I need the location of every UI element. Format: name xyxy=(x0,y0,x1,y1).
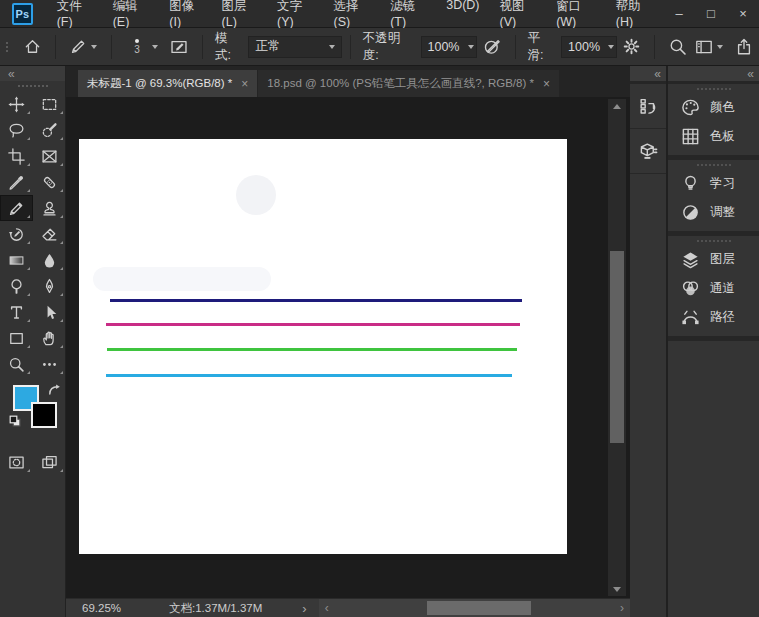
tool-grid xyxy=(0,91,65,377)
path-selection-tool[interactable] xyxy=(33,299,66,325)
background-color-swatch[interactable] xyxy=(31,402,57,428)
status-options-chevron[interactable]: › xyxy=(302,601,306,616)
color-control xyxy=(0,383,65,443)
share-button[interactable] xyxy=(729,32,759,62)
edit-toolbar-button[interactable] xyxy=(33,351,66,377)
chevron-down-icon xyxy=(608,45,614,49)
chevron-down-icon xyxy=(468,45,474,49)
home-icon xyxy=(24,38,41,55)
hand-icon xyxy=(41,330,58,347)
document-size-info[interactable]: 文档:1.37M/1.37M xyxy=(169,601,262,616)
panel-column-header[interactable]: « xyxy=(668,66,759,81)
lasso-tool[interactable] xyxy=(0,117,33,143)
smoothing-input[interactable]: 100% xyxy=(561,36,617,58)
clone-stamp-tool[interactable] xyxy=(33,195,66,221)
brush-size-picker[interactable]: 3 xyxy=(120,32,164,62)
tab-close-icon[interactable]: × xyxy=(543,77,550,91)
opacity-pressure-toggle[interactable] xyxy=(477,32,507,62)
scroll-left-arrow[interactable]: ‹ xyxy=(319,601,335,615)
channels-panel-button[interactable]: 通道 xyxy=(668,274,759,303)
maximize-button[interactable]: □ xyxy=(695,0,727,27)
workspace-switcher-button[interactable] xyxy=(693,32,729,62)
frame-tool[interactable] xyxy=(33,143,66,169)
quick-mask-icon xyxy=(8,454,25,471)
tool-options-bar: 3 模式: 正常 不透明度: 100% 平滑: 100% xyxy=(0,28,759,66)
mode-tools xyxy=(0,449,65,475)
pencil-icon xyxy=(8,200,25,217)
horizontal-scroll-thumb[interactable] xyxy=(427,601,531,615)
eraser-tool[interactable] xyxy=(33,221,66,247)
panel-strip-header[interactable]: « xyxy=(630,66,666,81)
adjustments-panel-button[interactable]: 调整 xyxy=(668,198,759,227)
close-button[interactable]: × xyxy=(727,0,759,27)
dodge-tool[interactable] xyxy=(0,273,33,299)
vertical-scroll-thumb[interactable] xyxy=(610,251,624,443)
quick-selection-tool[interactable] xyxy=(33,117,66,143)
canvas-workspace[interactable] xyxy=(66,97,630,598)
brush-settings-panel-toggle[interactable] xyxy=(164,32,194,62)
rectangle-tool[interactable] xyxy=(0,325,33,351)
panel-label: 图层 xyxy=(710,251,735,268)
chevron-down-icon xyxy=(91,45,97,49)
swap-colors-icon[interactable] xyxy=(47,383,61,397)
libraries-panel-button[interactable] xyxy=(630,129,666,174)
pen-tool[interactable] xyxy=(33,273,66,299)
minimize-button[interactable]: – xyxy=(663,0,695,27)
mode-label: 模式: xyxy=(215,30,243,64)
vertical-scroll-track[interactable] xyxy=(608,113,626,582)
collapse-panels-icon: « xyxy=(654,68,660,80)
pencil-tool[interactable] xyxy=(0,195,33,221)
opacity-input[interactable]: 100% xyxy=(421,36,477,58)
document-canvas[interactable] xyxy=(79,139,567,554)
document-tab-untitled[interactable]: 未标题-1 @ 69.3%(RGB/8) * × xyxy=(78,70,257,97)
scroll-up-arrow[interactable] xyxy=(608,99,626,113)
lightbulb-icon xyxy=(681,174,700,193)
horizontal-scrollbar[interactable]: ‹ › xyxy=(319,599,630,617)
gradient-tool[interactable] xyxy=(0,247,33,273)
ellipsis-icon xyxy=(41,356,58,373)
eyedropper-tool[interactable] xyxy=(0,169,33,195)
vertical-scrollbar[interactable] xyxy=(608,99,626,596)
collapsed-panel-strip: « xyxy=(630,66,668,617)
scroll-down-arrow[interactable] xyxy=(608,582,626,596)
default-colors-icon[interactable] xyxy=(9,415,22,428)
learn-panel-button[interactable]: 学习 xyxy=(668,169,759,198)
screen-mode-button[interactable] xyxy=(33,449,66,475)
zoom-tool[interactable] xyxy=(0,351,33,377)
layers-panel-button[interactable]: 图层 xyxy=(668,245,759,274)
brush-preview-icon: 3 xyxy=(126,32,148,62)
menu-bar: Ps 文件(F) 编辑(E) 图像(I) 图层(L) 文字(Y) 选择(S) 滤… xyxy=(0,0,759,28)
smoothing-options-button[interactable] xyxy=(617,32,646,62)
rectangular-marquee-tool[interactable] xyxy=(33,91,66,117)
home-button[interactable] xyxy=(18,32,47,62)
quick-mask-button[interactable] xyxy=(0,449,33,475)
horizontal-scroll-track[interactable] xyxy=(335,599,614,617)
history-panel-button[interactable] xyxy=(630,84,666,129)
photoshop-logo[interactable]: Ps xyxy=(12,3,33,25)
move-tool[interactable] xyxy=(0,91,33,117)
scroll-right-arrow[interactable]: › xyxy=(614,601,630,615)
divider xyxy=(350,35,351,59)
tools-panel-header[interactable]: « xyxy=(0,66,65,81)
crop-tool[interactable] xyxy=(0,143,33,169)
search-button[interactable] xyxy=(663,32,693,62)
tool-preset-button[interactable] xyxy=(64,32,103,62)
brush-panel-icon xyxy=(170,38,188,56)
color-panel-button[interactable]: 颜色 xyxy=(668,93,759,122)
swatches-panel-button[interactable]: 色板 xyxy=(668,122,759,151)
blur-tool[interactable] xyxy=(33,247,66,273)
panel-label: 颜色 xyxy=(710,99,735,116)
options-grip xyxy=(2,42,12,52)
spot-healing-brush-tool[interactable] xyxy=(33,169,66,195)
paths-panel-button[interactable]: 路径 xyxy=(668,303,759,332)
zoom-level-field[interactable]: 69.25% xyxy=(82,602,121,614)
type-tool[interactable] xyxy=(0,299,33,325)
document-tab-18psd[interactable]: 18.psd @ 100% (PS铅笔工具怎么画直线?, RGB/8) * × xyxy=(258,70,559,97)
hand-tool[interactable] xyxy=(33,325,66,351)
chevron-down-icon xyxy=(152,45,158,49)
drawn-line-magenta xyxy=(106,323,520,326)
lasso-icon xyxy=(8,122,25,139)
tab-close-icon[interactable]: × xyxy=(241,77,248,91)
blend-mode-select[interactable]: 正常 xyxy=(248,36,341,58)
history-brush-tool[interactable] xyxy=(0,221,33,247)
